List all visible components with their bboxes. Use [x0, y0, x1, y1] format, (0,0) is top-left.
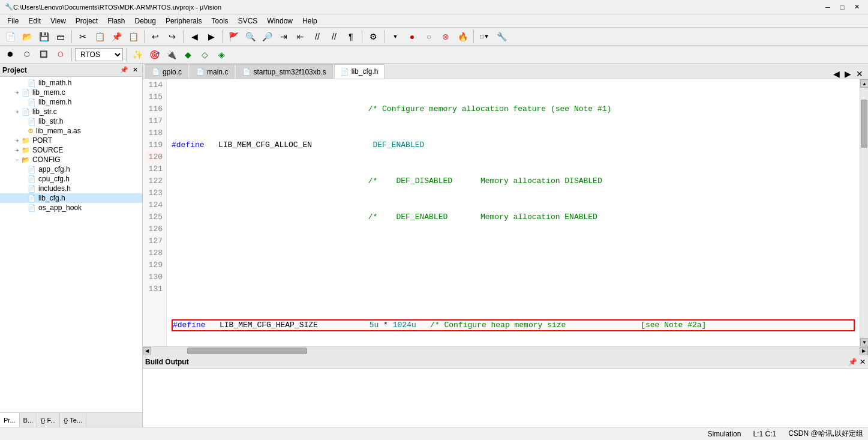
indent2-button[interactable]: ¶: [343, 29, 359, 44]
debug-btn4[interactable]: ⬡: [53, 47, 68, 62]
menu-window[interactable]: Window: [262, 16, 298, 26]
indent-button[interactable]: ⇥: [276, 29, 292, 44]
build4-button[interactable]: ⊗: [438, 29, 453, 44]
scroll-up-button[interactable]: ▲: [860, 79, 868, 88]
sidebar-tab-templates[interactable]: {} Te...: [60, 413, 86, 427]
undo-button[interactable]: ↩: [148, 29, 163, 44]
paste-button[interactable]: 📌: [109, 29, 124, 44]
expand-icon: +: [14, 137, 20, 144]
build3-button[interactable]: ○: [421, 29, 437, 44]
tree-item-config[interactable]: − 📂 CONFIG: [0, 155, 142, 164]
bookmark-button[interactable]: 🚩: [226, 29, 241, 44]
view-dropdown-button[interactable]: □▼: [477, 29, 492, 44]
sidebar-close-button[interactable]: ✕: [130, 65, 140, 75]
menu-edit[interactable]: Edit: [23, 16, 46, 26]
code-editor[interactable]: 114 115 116 117 118 119 120 121 122 123 …: [143, 79, 868, 346]
build5-button[interactable]: 🔥: [455, 29, 470, 44]
tree-item-lib-str-h[interactable]: 📄 lib_str.h: [0, 116, 142, 126]
h-scroll-track[interactable]: [151, 347, 860, 355]
menu-tools[interactable]: Tools: [207, 16, 233, 26]
code-line-115: #define LIB_MEM_CFG_ALLOC_EN DEF_ENABLED: [172, 139, 855, 151]
minimize-button[interactable]: ─: [821, 2, 834, 13]
save-all-button[interactable]: 🗃: [53, 29, 68, 44]
nav-back-button[interactable]: ◀: [187, 29, 202, 44]
chip-button[interactable]: 🎯: [146, 47, 162, 62]
h-scroll-thumb[interactable]: [187, 348, 307, 354]
menu-project[interactable]: Project: [71, 16, 103, 26]
tab-startup[interactable]: 📄 startup_stm32f103xb.s: [236, 64, 332, 79]
h-scroll-left-button[interactable]: ◀: [143, 347, 151, 355]
expand-icon: +: [14, 147, 20, 154]
port-button[interactable]: 🔌: [163, 47, 179, 62]
tree-item-app-cfg[interactable]: 📄 app_cfg.h: [0, 164, 142, 174]
magic-button[interactable]: ✨: [130, 47, 145, 62]
tree-item-source[interactable]: + 📁 SOURCE: [0, 145, 142, 155]
tree-item-port[interactable]: + 📁 PORT: [0, 136, 142, 145]
tree-item-lib-str-c[interactable]: + 📄 lib_str.c: [0, 107, 142, 116]
tree-item-lib-math-h[interactable]: 📄 lib_math.h: [0, 78, 142, 88]
menu-debug[interactable]: Debug: [130, 16, 161, 26]
copy-button[interactable]: 📋: [92, 29, 107, 44]
scrollbar-track[interactable]: [860, 88, 868, 338]
tab-scroll-left-button[interactable]: ◀: [831, 69, 842, 79]
redo-button[interactable]: ↪: [164, 29, 180, 44]
status-bar: Simulation L:1 C:1 CSDN @哈讯,以好定组: [0, 427, 868, 440]
bottom-panel-pin-button[interactable]: 📌: [848, 358, 857, 366]
menu-peripherals[interactable]: Peripherals: [161, 16, 207, 26]
new-button[interactable]: 📄: [2, 29, 18, 44]
bottom-panel-content[interactable]: [143, 369, 868, 427]
bottom-panel-close-button[interactable]: ✕: [860, 358, 866, 366]
open-button[interactable]: 📂: [19, 29, 35, 44]
green3-button[interactable]: ◈: [214, 47, 229, 62]
sidebar-tab-functions[interactable]: {} F...: [37, 413, 60, 427]
tree-item-lib-mem-h[interactable]: 📄 lib_mem.h: [0, 97, 142, 107]
build2-button[interactable]: ●: [404, 29, 420, 44]
tab-lib-cfg-h[interactable]: 📄 lib_cfg.h: [334, 64, 385, 79]
sidebar-pin-button[interactable]: 📌: [119, 65, 129, 75]
paste2-button[interactable]: 📋: [125, 29, 141, 44]
green2-button[interactable]: ◇: [197, 47, 212, 62]
debug-btn1[interactable]: ⬢: [2, 47, 18, 62]
green1-button[interactable]: ◆: [180, 47, 196, 62]
menu-file[interactable]: File: [2, 16, 23, 26]
menu-view[interactable]: View: [46, 16, 71, 26]
menu-help[interactable]: Help: [298, 16, 322, 26]
main-area: Project 📌 ✕ 📄 lib_math.h + 📄 lib_mem.c: [0, 64, 868, 427]
scroll-down-button[interactable]: ▼: [860, 338, 868, 346]
sidebar-tab-books[interactable]: B...: [20, 413, 38, 427]
outdent-button[interactable]: ⇤: [293, 29, 308, 44]
find-button[interactable]: 🔍: [242, 29, 258, 44]
tree-item-lib-cfg[interactable]: 📄 lib_cfg.h: [0, 193, 142, 203]
tree-item-lib-mem-c[interactable]: + 📄 lib_mem.c: [0, 88, 142, 97]
maximize-button[interactable]: □: [836, 2, 849, 13]
menu-flash[interactable]: Flash: [103, 16, 130, 26]
tab-gpio-c[interactable]: 📄 gpio.c: [145, 64, 188, 79]
tree-item-includes[interactable]: 📄 includes.h: [0, 184, 142, 193]
tree-item-os-app-hook[interactable]: 📄 os_app_hook: [0, 203, 142, 212]
tab-icon: 📄: [341, 68, 349, 76]
tree-item-lib-mem-a[interactable]: ⚙ lib_mem_a.as: [0, 126, 142, 136]
sidebar-tab-project[interactable]: Pr...: [0, 413, 20, 427]
debug-btn2[interactable]: ⬡: [19, 47, 35, 62]
save-button[interactable]: 💾: [36, 29, 52, 44]
uncomment-button[interactable]: //: [326, 29, 342, 44]
settings-button[interactable]: 🔧: [494, 29, 509, 44]
target-dropdown-arrow[interactable]: ▼: [388, 29, 403, 44]
close-button[interactable]: ✕: [850, 2, 863, 13]
scrollbar-thumb[interactable]: [861, 100, 867, 148]
debug-btn3[interactable]: 🔲: [36, 47, 52, 62]
tab-main-c[interactable]: 📄 main.c: [190, 64, 235, 79]
target-select[interactable]: RTOS: [75, 48, 123, 61]
tree-item-cpu-cfg[interactable]: 📄 cpu_cfg.h: [0, 174, 142, 184]
tab-label: startup_stm32f103xb.s: [253, 68, 326, 76]
tab-scroll-right-button[interactable]: ▶: [842, 69, 854, 79]
menu-svcs[interactable]: SVCS: [233, 16, 263, 26]
nav-fwd-button[interactable]: ▶: [203, 29, 219, 44]
cut-button[interactable]: ✂: [75, 29, 91, 44]
build-button[interactable]: ⚙: [365, 29, 381, 44]
comment-button[interactable]: //: [310, 29, 325, 44]
replace-button[interactable]: 🔎: [259, 29, 275, 44]
tab-close-button[interactable]: ✕: [854, 69, 866, 79]
code-content[interactable]: /* Configure memory allocation feature (…: [167, 79, 860, 346]
h-scroll-right-button[interactable]: ▶: [860, 347, 868, 355]
